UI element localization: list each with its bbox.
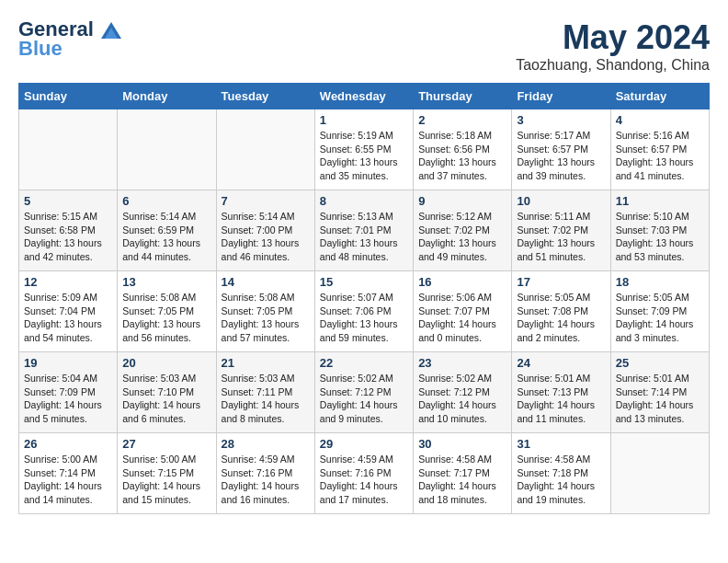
calendar-cell: 30Sunrise: 4:58 AM Sunset: 7:17 PM Dayli… [414, 433, 512, 514]
calendar-cell: 12Sunrise: 5:09 AM Sunset: 7:04 PM Dayli… [19, 271, 118, 352]
day-number: 6 [122, 194, 210, 208]
calendar-cell: 5Sunrise: 5:15 AM Sunset: 6:58 PM Daylig… [19, 190, 118, 271]
title-block: May 2024 Taozhuang, Shandong, China [516, 18, 710, 74]
day-info: Sunrise: 5:17 AM Sunset: 6:57 PM Dayligh… [517, 129, 605, 183]
day-info: Sunrise: 5:02 AM Sunset: 7:12 PM Dayligh… [320, 372, 408, 426]
weekday-header-sunday: Sunday [19, 84, 118, 109]
weekday-header-wednesday: Wednesday [314, 84, 413, 109]
location-subtitle: Taozhuang, Shandong, China [516, 57, 710, 74]
calendar-cell: 21Sunrise: 5:03 AM Sunset: 7:11 PM Dayli… [216, 352, 314, 433]
day-info: Sunrise: 5:18 AM Sunset: 6:56 PM Dayligh… [418, 129, 506, 183]
day-info: Sunrise: 5:08 AM Sunset: 7:05 PM Dayligh… [222, 291, 310, 345]
day-number: 20 [122, 356, 210, 370]
day-number: 14 [222, 275, 310, 289]
day-info: Sunrise: 5:05 AM Sunset: 7:09 PM Dayligh… [616, 291, 704, 345]
day-info: Sunrise: 5:07 AM Sunset: 7:06 PM Dayligh… [320, 291, 408, 345]
calendar-cell [610, 433, 709, 514]
day-number: 18 [616, 275, 704, 289]
calendar-cell [19, 109, 118, 190]
day-info: Sunrise: 5:01 AM Sunset: 7:14 PM Dayligh… [616, 372, 704, 426]
day-info: Sunrise: 5:01 AM Sunset: 7:13 PM Dayligh… [517, 372, 605, 426]
day-info: Sunrise: 5:10 AM Sunset: 7:03 PM Dayligh… [616, 210, 704, 264]
calendar-cell: 11Sunrise: 5:10 AM Sunset: 7:03 PM Dayli… [610, 190, 709, 271]
calendar-cell: 23Sunrise: 5:02 AM Sunset: 7:12 PM Dayli… [414, 352, 512, 433]
day-number: 24 [517, 356, 605, 370]
day-info: Sunrise: 4:59 AM Sunset: 7:16 PM Dayligh… [222, 453, 310, 507]
day-info: Sunrise: 5:14 AM Sunset: 7:00 PM Dayligh… [222, 210, 310, 264]
day-number: 13 [122, 275, 210, 289]
day-info: Sunrise: 5:03 AM Sunset: 7:10 PM Dayligh… [122, 372, 210, 426]
day-number: 7 [222, 194, 310, 208]
day-number: 12 [24, 275, 112, 289]
calendar-cell: 18Sunrise: 5:05 AM Sunset: 7:09 PM Dayli… [610, 271, 709, 352]
day-info: Sunrise: 5:14 AM Sunset: 6:59 PM Dayligh… [122, 210, 210, 264]
calendar-cell: 1Sunrise: 5:19 AM Sunset: 6:55 PM Daylig… [314, 109, 413, 190]
calendar-cell: 25Sunrise: 5:01 AM Sunset: 7:14 PM Dayli… [610, 352, 709, 433]
calendar-cell: 7Sunrise: 5:14 AM Sunset: 7:00 PM Daylig… [216, 190, 314, 271]
day-info: Sunrise: 5:12 AM Sunset: 7:02 PM Dayligh… [418, 210, 506, 264]
calendar-cell: 4Sunrise: 5:16 AM Sunset: 6:57 PM Daylig… [610, 109, 709, 190]
calendar-week-row: 5Sunrise: 5:15 AM Sunset: 6:58 PM Daylig… [19, 190, 710, 271]
calendar-cell: 17Sunrise: 5:05 AM Sunset: 7:08 PM Dayli… [512, 271, 610, 352]
day-info: Sunrise: 5:19 AM Sunset: 6:55 PM Dayligh… [320, 129, 408, 183]
logo: General Blue [18, 18, 121, 61]
day-info: Sunrise: 5:02 AM Sunset: 7:12 PM Dayligh… [418, 372, 506, 426]
day-number: 29 [320, 437, 408, 451]
day-info: Sunrise: 4:58 AM Sunset: 7:18 PM Dayligh… [517, 453, 605, 507]
calendar-cell: 26Sunrise: 5:00 AM Sunset: 7:14 PM Dayli… [19, 433, 118, 514]
day-number: 28 [222, 437, 310, 451]
calendar-cell: 22Sunrise: 5:02 AM Sunset: 7:12 PM Dayli… [314, 352, 413, 433]
day-number: 26 [24, 437, 112, 451]
calendar-week-row: 19Sunrise: 5:04 AM Sunset: 7:09 PM Dayli… [19, 352, 710, 433]
day-number: 21 [222, 356, 310, 370]
day-number: 19 [24, 356, 112, 370]
calendar-week-row: 1Sunrise: 5:19 AM Sunset: 6:55 PM Daylig… [19, 109, 710, 190]
calendar-cell: 3Sunrise: 5:17 AM Sunset: 6:57 PM Daylig… [512, 109, 610, 190]
calendar-cell: 6Sunrise: 5:14 AM Sunset: 6:59 PM Daylig… [118, 190, 216, 271]
calendar-cell: 31Sunrise: 4:58 AM Sunset: 7:18 PM Dayli… [512, 433, 610, 514]
calendar-cell: 10Sunrise: 5:11 AM Sunset: 7:02 PM Dayli… [512, 190, 610, 271]
calendar-cell: 14Sunrise: 5:08 AM Sunset: 7:05 PM Dayli… [216, 271, 314, 352]
weekday-header-thursday: Thursday [414, 84, 512, 109]
day-info: Sunrise: 5:04 AM Sunset: 7:09 PM Dayligh… [24, 372, 112, 426]
day-number: 5 [24, 194, 112, 208]
day-number: 27 [122, 437, 210, 451]
day-info: Sunrise: 5:08 AM Sunset: 7:05 PM Dayligh… [122, 291, 210, 345]
day-info: Sunrise: 5:16 AM Sunset: 6:57 PM Dayligh… [616, 129, 704, 183]
calendar-cell [118, 109, 216, 190]
day-number: 4 [616, 113, 704, 127]
calendar-cell: 20Sunrise: 5:03 AM Sunset: 7:10 PM Dayli… [118, 352, 216, 433]
day-info: Sunrise: 5:15 AM Sunset: 6:58 PM Dayligh… [24, 210, 112, 264]
day-number: 30 [418, 437, 506, 451]
day-number: 8 [320, 194, 408, 208]
day-number: 9 [418, 194, 506, 208]
calendar-cell: 24Sunrise: 5:01 AM Sunset: 7:13 PM Dayli… [512, 352, 610, 433]
calendar-cell: 28Sunrise: 4:59 AM Sunset: 7:16 PM Dayli… [216, 433, 314, 514]
day-number: 3 [517, 113, 605, 127]
day-info: Sunrise: 5:13 AM Sunset: 7:01 PM Dayligh… [320, 210, 408, 264]
calendar-table: SundayMondayTuesdayWednesdayThursdayFrid… [18, 83, 710, 514]
weekday-header-monday: Monday [118, 84, 216, 109]
calendar-cell: 9Sunrise: 5:12 AM Sunset: 7:02 PM Daylig… [414, 190, 512, 271]
calendar-cell: 16Sunrise: 5:06 AM Sunset: 7:07 PM Dayli… [414, 271, 512, 352]
day-number: 25 [616, 356, 704, 370]
calendar-cell: 29Sunrise: 4:59 AM Sunset: 7:16 PM Dayli… [314, 433, 413, 514]
calendar-week-row: 12Sunrise: 5:09 AM Sunset: 7:04 PM Dayli… [19, 271, 710, 352]
day-number: 11 [616, 194, 704, 208]
day-info: Sunrise: 4:59 AM Sunset: 7:16 PM Dayligh… [320, 453, 408, 507]
logo-icon [101, 22, 121, 39]
calendar-cell: 2Sunrise: 5:18 AM Sunset: 6:56 PM Daylig… [414, 109, 512, 190]
day-info: Sunrise: 5:00 AM Sunset: 7:15 PM Dayligh… [122, 453, 210, 507]
day-info: Sunrise: 5:11 AM Sunset: 7:02 PM Dayligh… [517, 210, 605, 264]
day-info: Sunrise: 5:06 AM Sunset: 7:07 PM Dayligh… [418, 291, 506, 345]
day-number: 23 [418, 356, 506, 370]
calendar-cell [216, 109, 314, 190]
day-number: 2 [418, 113, 506, 127]
month-title: May 2024 [516, 18, 710, 57]
day-info: Sunrise: 4:58 AM Sunset: 7:17 PM Dayligh… [418, 453, 506, 507]
day-number: 22 [320, 356, 408, 370]
day-number: 31 [517, 437, 605, 451]
weekday-header-friday: Friday [512, 84, 610, 109]
weekday-header-saturday: Saturday [610, 84, 709, 109]
calendar-cell: 27Sunrise: 5:00 AM Sunset: 7:15 PM Dayli… [118, 433, 216, 514]
